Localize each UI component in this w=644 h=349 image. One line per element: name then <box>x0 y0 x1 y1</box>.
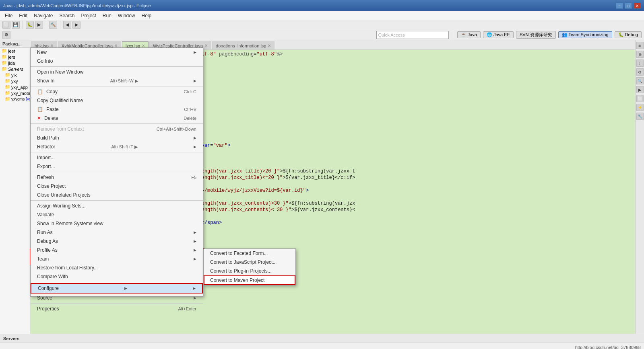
menu-navigate[interactable]: Navigate <box>31 12 56 19</box>
ctx-close-project[interactable]: Close Project <box>31 182 203 191</box>
ctx-source[interactable]: Source <box>31 294 203 302</box>
ctx-import[interactable]: Import... <box>31 153 203 162</box>
menu-help[interactable]: Help <box>138 12 155 19</box>
right-icon-9[interactable]: 🔧 <box>636 113 644 120</box>
tree-item-jida[interactable]: 📁jida <box>0 60 30 66</box>
ctx-configure[interactable]: Configure ▶ <box>31 283 203 294</box>
ctx-validate[interactable]: Validate <box>31 210 203 219</box>
ctx-go-into-label: Go Into <box>37 58 53 64</box>
perspective-team[interactable]: 👥 Team Synchronizing <box>558 31 612 38</box>
debug-button[interactable]: 🐛 <box>26 21 34 29</box>
prev-button[interactable]: ◀ <box>63 21 71 29</box>
window-title: Java - jdwh_admin/WebContent/WEB-INF/jsp… <box>3 3 151 8</box>
perspective-debug[interactable]: 🐛 Debug <box>615 31 642 38</box>
ctx-refresh[interactable]: RefreshF5 <box>31 173 203 182</box>
menu-file[interactable]: File <box>2 12 16 19</box>
right-icon-8[interactable]: ⚡ <box>636 104 644 111</box>
ctx-export[interactable]: Export... <box>31 162 203 171</box>
main-layout: Packag... 📁jeet 📁jers 📁jida 📁Servers 📁yl… <box>0 40 644 334</box>
ctx-show-remote[interactable]: Show in Remote Systems view <box>31 219 203 228</box>
menu-edit[interactable]: Edit <box>16 12 31 19</box>
sidebar-header: Packag... <box>0 40 30 48</box>
ctx-close-unrelated[interactable]: Close Unrelated Projects <box>31 191 203 199</box>
ctx-refactor[interactable]: RefactorAlt+Shift+T ▶ <box>31 142 203 151</box>
toolbar-row2: ⚙ Quick Access ☕ Java 🌐 Java EE SVN 资源库研… <box>0 30 644 40</box>
minimize-button[interactable]: − <box>616 2 623 9</box>
ctx-new[interactable]: New <box>31 48 203 57</box>
configure-submenu: Convert to Faceted Form... Convert to Ja… <box>203 248 296 285</box>
menu-bar: File Edit Navigate Search Project Run Wi… <box>0 11 644 20</box>
menu-project[interactable]: Project <box>78 12 99 19</box>
right-icon-6[interactable]: ▶ <box>636 86 644 93</box>
status-right: http://blog.csdn.net/qq_37880968 <box>575 345 641 349</box>
perspective-java[interactable]: ☕ Java <box>457 31 481 38</box>
sep-7 <box>31 282 203 282</box>
window-controls: − □ ✕ <box>616 2 641 9</box>
menu-run[interactable]: Run <box>99 12 115 19</box>
run-button[interactable]: ▶ <box>35 21 43 29</box>
tree-item-yxy-mobile[interactable]: 📁yxy_mobile <box>0 90 30 96</box>
next-button[interactable]: ▶ <box>72 21 80 29</box>
ctx-profile-as[interactable]: Profile As <box>31 246 203 255</box>
ctx-convert-plugin[interactable]: Convert to Plug-in Projects... <box>204 267 295 275</box>
ctx-run-as[interactable]: Run As <box>31 228 203 237</box>
ctx-new-label: New <box>37 49 47 55</box>
tree-item-ylk[interactable]: 📁ylk <box>0 72 30 78</box>
convert-plugin-label: Convert to Plug-in Projects... <box>210 268 272 274</box>
perspective-svn[interactable]: SVN 资源库研究 <box>516 31 556 39</box>
ctx-assign-working[interactable]: Assign Working Sets... <box>31 201 203 210</box>
ctx-go-into[interactable]: Go Into <box>31 57 203 66</box>
tree-item-yxycms[interactable]: 📁yxycms [yxycms] <box>0 96 30 102</box>
build-button[interactable]: 🔨 <box>49 21 57 29</box>
sep-8 <box>31 303 203 304</box>
tree-item-jers[interactable]: 📁jers <box>0 54 30 60</box>
right-icon-3[interactable]: ↕ <box>636 60 644 67</box>
ctx-copy-qualified[interactable]: Copy Qualified Name <box>31 96 203 105</box>
menu-search[interactable]: Search <box>56 12 78 19</box>
toolbar-icon1[interactable]: ⚙ <box>2 31 10 39</box>
servers-panel: Servers <box>0 334 644 343</box>
ctx-copy[interactable]: 📋CopyCtrl+C <box>31 87 203 96</box>
tree-item-yxy-app[interactable]: 📁yxy_app <box>0 84 30 90</box>
new-button[interactable]: ⬜ <box>2 21 10 29</box>
ctx-remove-context[interactable]: Remove from ContextCtrl+Alt+Shift+Down <box>31 125 203 133</box>
perspective-javaee[interactable]: 🌐 Java EE <box>483 31 514 38</box>
sep-3 <box>31 123 203 124</box>
save-button[interactable]: 💾 <box>12 21 20 29</box>
tree-item-yxy[interactable]: 📁yxy <box>0 78 30 84</box>
tab-donations-label: donations_information.jsp <box>216 43 266 48</box>
ctx-compare-with[interactable]: Compare With <box>31 272 203 281</box>
sep-qa <box>453 31 453 39</box>
ctx-show-in[interactable]: Show InAlt+Shift+W ▶ <box>31 76 203 85</box>
tab-donations-close[interactable]: ✕ <box>268 43 271 48</box>
ctx-delete[interactable]: ✕DeleteDelete <box>31 114 203 123</box>
ctx-build-path[interactable]: Build Path <box>31 133 203 142</box>
right-icon-1[interactable]: ≡ <box>636 42 644 49</box>
ctx-convert-maven[interactable]: Convert to Maven Project <box>204 275 295 285</box>
menu-window[interactable]: Window <box>115 12 138 19</box>
toolbar-right: Quick Access ☕ Java 🌐 Java EE SVN 资源库研究 … <box>376 31 642 39</box>
tree-item-jeet[interactable]: 📁jeet <box>0 48 30 54</box>
sep1 <box>23 21 23 29</box>
quick-access-label: Quick Access <box>378 33 405 37</box>
status-bar: http://blog.csdn.net/qq_37880968 <box>0 343 644 349</box>
ctx-team[interactable]: Team <box>31 255 203 263</box>
right-icon-4[interactable]: ⚙ <box>636 68 644 76</box>
ctx-restore-history[interactable]: Restore from Local History... <box>31 263 203 272</box>
close-button[interactable]: ✕ <box>634 2 641 9</box>
right-icon-5[interactable]: 🔍 <box>636 77 644 84</box>
right-icon-2[interactable]: ⊕ <box>636 51 644 58</box>
ctx-paste[interactable]: 📋PasteCtrl+V <box>31 105 203 114</box>
convert-maven-label: Convert to Maven Project <box>210 277 264 283</box>
right-icon-7[interactable]: ⬜ <box>636 95 644 102</box>
quick-access-box[interactable]: Quick Access <box>376 31 449 39</box>
tab-wyjz-close[interactable]: ✕ <box>204 43 208 48</box>
restore-button[interactable]: □ <box>625 2 632 9</box>
ctx-convert-faceted[interactable]: Convert to Faceted Form... <box>204 249 295 258</box>
ctx-open-new-window[interactable]: Open in New Window <box>31 68 203 76</box>
tab-donations[interactable]: donations_information.jsp ✕ <box>212 41 275 49</box>
ctx-debug-as[interactable]: Debug As <box>31 237 203 246</box>
tree-item-servers[interactable]: 📁Servers <box>0 66 30 72</box>
ctx-convert-javascript[interactable]: Convert to JavaScript Project... <box>204 258 295 267</box>
ctx-properties[interactable]: PropertiesAlt+Enter <box>31 304 203 313</box>
